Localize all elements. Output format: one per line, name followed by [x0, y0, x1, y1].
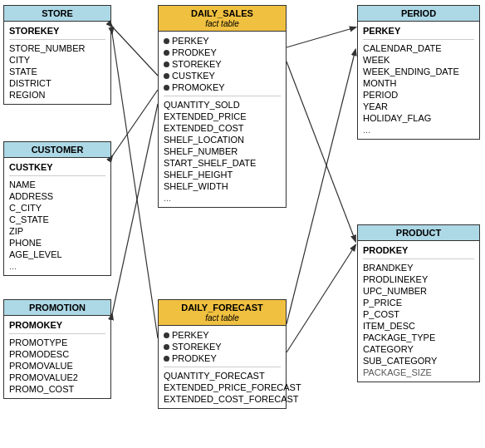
period-title: PERIOD — [358, 6, 479, 22]
ds-promokey: PROMOKEY — [164, 81, 281, 93]
customer-field-5: PHONE — [9, 237, 105, 249]
ds-field-6: SHELF_HEIGHT — [164, 169, 281, 180]
product-field-5: ITEM_DESC — [363, 320, 474, 332]
product-field-9: PACKAGE_SIZE — [363, 367, 474, 378]
daily-forecast-title: DAILY_FORECAST fact table — [159, 300, 286, 326]
ds-field-5: START_SHELF_DATE — [164, 157, 281, 169]
period-table: PERIOD PERKEY CALENDAR_DATE WEEK WEEK_EN… — [357, 5, 480, 140]
df-storekey-dot — [164, 344, 169, 350]
customer-title: CUSTOMER — [4, 142, 110, 158]
period-field-6: HOLIDAY_FLAG — [363, 112, 474, 124]
svg-line-5 — [287, 50, 355, 324]
ds-storekey-dot — [164, 62, 169, 67]
customer-table: CUSTOMER CUSTKEY NAME ADDRESS C_CITY C_S… — [3, 141, 111, 276]
promotion-promokey: PROMOKEY — [9, 320, 62, 330]
svg-line-7 — [287, 245, 355, 352]
customer-field-3: C_STATE — [9, 214, 105, 225]
diagram: STORE STOREKEY STORE_NUMBER CITY STATE D… — [0, 0, 485, 448]
period-field-7: ... — [363, 124, 474, 135]
svg-line-6 — [112, 33, 158, 338]
period-field-5: YEAR — [363, 101, 474, 112]
period-field-1: WEEK — [363, 54, 474, 66]
daily-sales-table: DAILY_SALES fact table PERKEY PRODKEY ST… — [158, 5, 287, 208]
period-perkey: PERKEY — [363, 26, 400, 36]
promotion-title: PROMOTION — [4, 300, 110, 316]
ds-field-2: EXTENDED_COST — [164, 122, 281, 134]
store-field-1: CITY — [9, 54, 105, 66]
product-prodkey: PRODKEY — [363, 245, 408, 255]
product-field-6: PACKAGE_TYPE — [363, 332, 474, 343]
promotion-field-1: PROMODESC — [9, 348, 105, 360]
customer-field-1: ADDRESS — [9, 190, 105, 202]
customer-custkey: CUSTKEY — [9, 162, 53, 172]
customer-field-0: NAME — [9, 179, 105, 190]
svg-line-2 — [112, 27, 158, 76]
daily-forecast-table: DAILY_FORECAST fact table PERKEY STOREKE… — [158, 299, 287, 409]
period-field-0: CALENDAR_DATE — [363, 42, 474, 54]
period-field-4: PERIOD — [363, 89, 474, 101]
store-field-3: DISTRICT — [9, 77, 105, 89]
product-field-2: UPC_NUMBER — [363, 285, 474, 297]
promotion-table: PROMOTION PROMOKEY PROMOTYPE PROMODESC P… — [3, 299, 111, 399]
df-field-1: EXTENDED_PRICE_FORECAST — [164, 382, 281, 393]
period-key-row: PERKEY — [363, 25, 474, 37]
promotion-field-0: PROMOTYPE — [9, 337, 105, 348]
ds-field-1: EXTENDED_PRICE — [164, 111, 281, 122]
svg-line-4 — [112, 104, 158, 314]
customer-field-6: AGE_LEVEL — [9, 249, 105, 260]
df-prodkey: PRODKEY — [164, 352, 281, 364]
product-field-3: P_PRICE — [363, 297, 474, 308]
product-table: PRODUCT PRODKEY BRANDKEY PRODLINEKEY UPC… — [357, 224, 480, 382]
ds-perkey: PERKEY — [164, 35, 281, 47]
svg-line-1 — [287, 62, 355, 241]
svg-line-3 — [112, 90, 158, 156]
customer-field-4: ZIP — [9, 225, 105, 237]
promotion-key-row: PROMOKEY — [9, 319, 105, 331]
product-field-7: CATEGORY — [363, 343, 474, 355]
promotion-field-4: PROMO_COST — [9, 383, 105, 395]
df-field-2: EXTENDED_COST_FORECAST — [164, 393, 281, 405]
ds-custkey-dot — [164, 73, 169, 79]
promotion-field-3: PROMOVALUE2 — [9, 372, 105, 383]
ds-field-4: SHELF_NUMBER — [164, 145, 281, 157]
period-field-3: MONTH — [363, 77, 474, 89]
df-perkey: PERKEY — [164, 329, 281, 341]
df-prodkey-dot — [164, 356, 169, 362]
product-title: PRODUCT — [358, 225, 479, 241]
ds-field-8: ... — [164, 192, 281, 204]
ds-promokey-dot — [164, 85, 169, 91]
product-field-4: P_COST — [363, 308, 474, 320]
store-field-4: REGION — [9, 89, 105, 101]
ds-prodkey-dot — [164, 50, 169, 56]
customer-key-row: CUSTKEY — [9, 161, 105, 173]
store-title: STORE — [4, 6, 110, 22]
store-field-2: STATE — [9, 66, 105, 77]
store-table: STORE STOREKEY STORE_NUMBER CITY STATE D… — [3, 5, 111, 105]
ds-prodkey: PRODKEY — [164, 47, 281, 58]
df-field-0: QUANTITY_FORECAST — [164, 370, 281, 382]
period-field-2: WEEK_ENDING_DATE — [363, 66, 474, 77]
promotion-field-2: PROMOVALUE — [9, 360, 105, 372]
ds-perkey-dot — [164, 38, 169, 44]
ds-custkey: CUSTKEY — [164, 70, 281, 81]
product-field-1: PRODLINEKEY — [363, 273, 474, 285]
customer-field-7: ... — [9, 260, 105, 272]
customer-field-2: C_CITY — [9, 202, 105, 214]
ds-field-3: SHELF_LOCATION — [164, 134, 281, 145]
product-field-8: SUB_CATEGORY — [363, 355, 474, 367]
svg-line-0 — [287, 27, 355, 47]
ds-storekey: STOREKEY — [164, 58, 281, 70]
store-field-0: STORE_NUMBER — [9, 42, 105, 54]
product-field-0: BRANDKEY — [363, 262, 474, 273]
ds-field-0: QUANTITY_SOLD — [164, 99, 281, 111]
ds-field-7: SHELF_WIDTH — [164, 180, 281, 192]
df-storekey: STOREKEY — [164, 341, 281, 352]
product-key-row: PRODKEY — [363, 244, 474, 256]
daily-sales-title: DAILY_SALES fact table — [159, 6, 286, 32]
df-perkey-dot — [164, 332, 169, 338]
store-key-row: STOREKEY — [9, 25, 105, 37]
store-storekey: STOREKEY — [9, 26, 59, 36]
